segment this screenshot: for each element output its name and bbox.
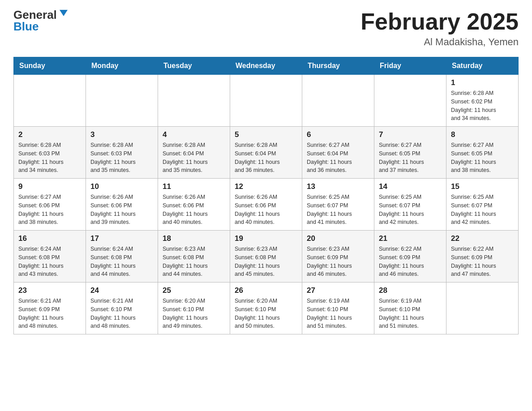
- calendar-cell: 22Sunrise: 6:22 AMSunset: 6:09 PMDayligh…: [446, 231, 519, 283]
- weekday-header-monday: Monday: [86, 57, 158, 75]
- calendar-cell: 25Sunrise: 6:20 AMSunset: 6:10 PMDayligh…: [158, 283, 230, 334]
- calendar-cell: 16Sunrise: 6:24 AMSunset: 6:08 PMDayligh…: [14, 231, 86, 283]
- calendar-cell: 27Sunrise: 6:19 AMSunset: 6:10 PMDayligh…: [302, 283, 374, 334]
- weekday-header-thursday: Thursday: [302, 57, 374, 75]
- location-title: Al Madakisha, Yemen: [360, 36, 519, 48]
- day-info: Sunrise: 6:23 AMSunset: 6:08 PMDaylight:…: [235, 245, 297, 278]
- weekday-header-saturday: Saturday: [446, 57, 519, 75]
- day-number: 19: [235, 234, 297, 243]
- day-number: 28: [379, 286, 442, 295]
- day-info: Sunrise: 6:27 AMSunset: 6:06 PMDaylight:…: [18, 193, 81, 227]
- calendar-cell: 20Sunrise: 6:23 AMSunset: 6:09 PMDayligh…: [302, 231, 374, 283]
- calendar-cell: 6Sunrise: 6:27 AMSunset: 6:04 PMDaylight…: [302, 127, 374, 179]
- calendar-cell: 17Sunrise: 6:24 AMSunset: 6:08 PMDayligh…: [86, 231, 158, 283]
- calendar-week-row: 16Sunrise: 6:24 AMSunset: 6:08 PMDayligh…: [14, 231, 519, 283]
- calendar-cell: 4Sunrise: 6:28 AMSunset: 6:04 PMDaylight…: [158, 127, 230, 179]
- day-info: Sunrise: 6:21 AMSunset: 6:10 PMDaylight:…: [90, 297, 153, 330]
- calendar-cell: 13Sunrise: 6:25 AMSunset: 6:07 PMDayligh…: [302, 179, 374, 231]
- calendar-cell: [158, 75, 230, 127]
- day-info: Sunrise: 6:19 AMSunset: 6:10 PMDaylight:…: [379, 297, 442, 330]
- day-info: Sunrise: 6:28 AMSunset: 6:03 PMDaylight:…: [18, 141, 81, 175]
- day-number: 25: [163, 286, 225, 295]
- calendar-week-row: 23Sunrise: 6:21 AMSunset: 6:09 PMDayligh…: [14, 283, 519, 334]
- calendar-cell: [14, 75, 86, 127]
- weekday-header-sunday: Sunday: [14, 57, 86, 75]
- day-info: Sunrise: 6:23 AMSunset: 6:09 PMDaylight:…: [307, 245, 369, 278]
- calendar-table: SundayMondayTuesdayWednesdayThursdayFrid…: [13, 57, 519, 334]
- day-number: 5: [235, 130, 297, 139]
- calendar-week-row: 1Sunrise: 6:28 AMSunset: 6:02 PMDaylight…: [14, 75, 519, 127]
- day-info: Sunrise: 6:25 AMSunset: 6:07 PMDaylight:…: [379, 193, 442, 227]
- calendar-cell: 18Sunrise: 6:23 AMSunset: 6:08 PMDayligh…: [158, 231, 230, 283]
- page-header: General Blue February 2025 Al Madakisha,…: [13, 9, 519, 48]
- day-info: Sunrise: 6:28 AMSunset: 6:02 PMDaylight:…: [451, 89, 514, 123]
- day-number: 10: [90, 182, 153, 191]
- calendar-cell: 15Sunrise: 6:25 AMSunset: 6:07 PMDayligh…: [446, 179, 519, 231]
- calendar-cell: 10Sunrise: 6:26 AMSunset: 6:06 PMDayligh…: [86, 179, 158, 231]
- logo-arrow-icon: [59, 8, 69, 18]
- calendar-week-row: 2Sunrise: 6:28 AMSunset: 6:03 PMDaylight…: [14, 127, 519, 179]
- calendar-cell: 12Sunrise: 6:26 AMSunset: 6:06 PMDayligh…: [230, 179, 302, 231]
- day-number: 15: [451, 182, 514, 191]
- calendar-cell: 19Sunrise: 6:23 AMSunset: 6:08 PMDayligh…: [230, 231, 302, 283]
- day-number: 13: [307, 182, 369, 191]
- calendar-cell: [374, 75, 446, 127]
- day-number: 14: [379, 182, 442, 191]
- calendar-cell: 24Sunrise: 6:21 AMSunset: 6:10 PMDayligh…: [86, 283, 158, 334]
- day-number: 21: [379, 234, 442, 243]
- calendar-cell: 2Sunrise: 6:28 AMSunset: 6:03 PMDaylight…: [14, 127, 86, 179]
- day-number: 2: [18, 130, 81, 139]
- day-number: 9: [18, 182, 81, 191]
- day-info: Sunrise: 6:28 AMSunset: 6:04 PMDaylight:…: [235, 141, 297, 175]
- day-number: 18: [163, 234, 225, 243]
- day-number: 16: [18, 234, 81, 243]
- day-info: Sunrise: 6:24 AMSunset: 6:08 PMDaylight:…: [18, 245, 81, 278]
- calendar-cell: 3Sunrise: 6:28 AMSunset: 6:03 PMDaylight…: [86, 127, 158, 179]
- weekday-header-wednesday: Wednesday: [230, 57, 302, 75]
- day-info: Sunrise: 6:20 AMSunset: 6:10 PMDaylight:…: [235, 297, 297, 330]
- day-number: 8: [451, 130, 514, 139]
- day-info: Sunrise: 6:19 AMSunset: 6:10 PMDaylight:…: [307, 297, 369, 330]
- day-number: 4: [163, 130, 225, 139]
- calendar-week-row: 9Sunrise: 6:27 AMSunset: 6:06 PMDaylight…: [14, 179, 519, 231]
- calendar-cell: [446, 283, 519, 334]
- day-number: 17: [90, 234, 153, 243]
- weekday-header-friday: Friday: [374, 57, 446, 75]
- day-info: Sunrise: 6:21 AMSunset: 6:09 PMDaylight:…: [18, 297, 81, 330]
- calendar-cell: 21Sunrise: 6:22 AMSunset: 6:09 PMDayligh…: [374, 231, 446, 283]
- logo-blue-text: Blue: [13, 21, 39, 32]
- day-info: Sunrise: 6:26 AMSunset: 6:06 PMDaylight:…: [235, 193, 297, 227]
- day-info: Sunrise: 6:26 AMSunset: 6:06 PMDaylight:…: [90, 193, 153, 227]
- day-info: Sunrise: 6:25 AMSunset: 6:07 PMDaylight:…: [307, 193, 369, 227]
- calendar-cell: 11Sunrise: 6:26 AMSunset: 6:06 PMDayligh…: [158, 179, 230, 231]
- day-info: Sunrise: 6:28 AMSunset: 6:04 PMDaylight:…: [163, 141, 225, 175]
- calendar-cell: [230, 75, 302, 127]
- day-info: Sunrise: 6:24 AMSunset: 6:08 PMDaylight:…: [90, 245, 153, 278]
- day-number: 24: [90, 286, 153, 295]
- month-title: February 2025: [360, 9, 519, 34]
- day-info: Sunrise: 6:27 AMSunset: 6:05 PMDaylight:…: [379, 141, 442, 175]
- calendar-cell: 5Sunrise: 6:28 AMSunset: 6:04 PMDaylight…: [230, 127, 302, 179]
- day-info: Sunrise: 6:25 AMSunset: 6:07 PMDaylight:…: [451, 193, 514, 227]
- day-number: 20: [307, 234, 369, 243]
- day-info: Sunrise: 6:27 AMSunset: 6:05 PMDaylight:…: [451, 141, 514, 175]
- day-info: Sunrise: 6:28 AMSunset: 6:03 PMDaylight:…: [90, 141, 153, 175]
- calendar-cell: [86, 75, 158, 127]
- day-number: 26: [235, 286, 297, 295]
- calendar-cell: 8Sunrise: 6:27 AMSunset: 6:05 PMDaylight…: [446, 127, 519, 179]
- calendar-cell: [302, 75, 374, 127]
- title-area: February 2025 Al Madakisha, Yemen: [360, 9, 519, 48]
- calendar-header-row: SundayMondayTuesdayWednesdayThursdayFrid…: [14, 57, 519, 75]
- calendar-cell: 9Sunrise: 6:27 AMSunset: 6:06 PMDaylight…: [14, 179, 86, 231]
- calendar-cell: 7Sunrise: 6:27 AMSunset: 6:05 PMDaylight…: [374, 127, 446, 179]
- calendar-cell: 14Sunrise: 6:25 AMSunset: 6:07 PMDayligh…: [374, 179, 446, 231]
- calendar-cell: 26Sunrise: 6:20 AMSunset: 6:10 PMDayligh…: [230, 283, 302, 334]
- logo: General Blue: [13, 9, 69, 32]
- weekday-header-tuesday: Tuesday: [158, 57, 230, 75]
- day-info: Sunrise: 6:22 AMSunset: 6:09 PMDaylight:…: [451, 245, 514, 278]
- day-number: 27: [307, 286, 369, 295]
- day-number: 11: [163, 182, 225, 191]
- day-number: 1: [451, 78, 514, 87]
- svg-marker-0: [60, 10, 68, 16]
- day-number: 6: [307, 130, 369, 139]
